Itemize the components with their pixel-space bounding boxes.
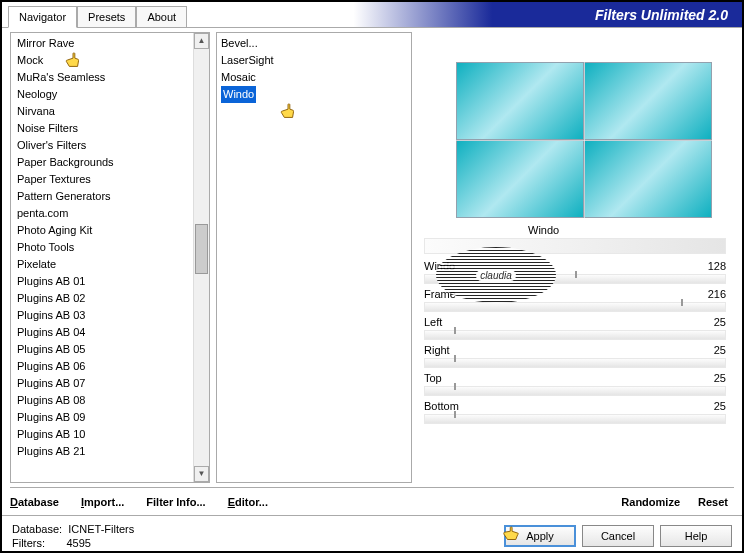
param-value: 216 <box>708 288 726 300</box>
list-item[interactable]: Neology <box>15 86 209 103</box>
slider-thumb[interactable] <box>454 411 456 418</box>
footer: Database: ICNET-Filters Filters: 4595 Ap… <box>2 515 742 553</box>
param-row[interactable]: Bottom25 <box>424 400 726 428</box>
cancel-button[interactable]: Cancel <box>582 525 654 547</box>
scrollbar[interactable]: ▲ ▼ <box>193 33 209 482</box>
param-value: 128 <box>708 260 726 272</box>
param-label: Left <box>424 316 442 328</box>
list-item[interactable]: Plugins AB 08 <box>15 392 209 409</box>
apply-button[interactable]: Apply <box>504 525 576 547</box>
list-item[interactable]: Paper Backgrounds <box>15 154 209 171</box>
slider-track[interactable] <box>424 386 726 396</box>
param-row[interactable]: Frame216 <box>424 288 726 316</box>
list-item[interactable]: Noise Filters <box>15 120 209 137</box>
preview-image <box>456 62 712 218</box>
filter-title-bar <box>424 238 726 254</box>
list-item[interactable]: Plugins AB 01 <box>15 273 209 290</box>
db-value: ICNET-Filters <box>68 523 134 535</box>
help-button[interactable]: Help <box>660 525 732 547</box>
list-item[interactable]: Mock <box>15 52 209 69</box>
list-item[interactable]: Plugins AB 07 <box>15 375 209 392</box>
param-label: Right <box>424 344 450 356</box>
randomize-button[interactable]: Randomize <box>621 496 680 508</box>
list-item[interactable]: Plugins AB 10 <box>15 426 209 443</box>
tab-about[interactable]: About <box>136 6 187 27</box>
tab-presets[interactable]: Presets <box>77 6 136 27</box>
list-item[interactable]: MuRa's Seamless <box>15 69 209 86</box>
param-value: 25 <box>714 316 726 328</box>
slider-track[interactable] <box>424 330 726 340</box>
flt-value: 4595 <box>66 537 90 549</box>
import-button[interactable]: Import... <box>81 496 124 508</box>
app-title: Filters Unlimited 2.0 <box>187 2 742 27</box>
slider-thumb[interactable] <box>454 383 456 390</box>
list-item[interactable]: Nirvana <box>15 103 209 120</box>
parameters: Windo128Frame216Left25Right25Top25Bottom… <box>420 260 734 428</box>
list-item[interactable]: Mirror Rave <box>15 35 209 52</box>
list-item[interactable]: Mosaic <box>221 69 407 86</box>
param-row[interactable]: Top25 <box>424 372 726 400</box>
list-item[interactable]: Oliver's Filters <box>15 137 209 154</box>
topbar: Navigator Presets About Filters Unlimite… <box>2 2 742 28</box>
filter-list[interactable]: Bevel...LaserSightMosaicWindo <box>216 32 412 483</box>
param-row[interactable]: Left25 <box>424 316 726 344</box>
list-item[interactable]: Plugins AB 09 <box>15 409 209 426</box>
tabs: Navigator Presets About <box>8 6 187 27</box>
scroll-thumb[interactable] <box>195 224 208 274</box>
list-item[interactable]: Photo Aging Kit <box>15 222 209 239</box>
list-item[interactable]: Plugins AB 02 <box>15 290 209 307</box>
list-item[interactable]: Plugins AB 04 <box>15 324 209 341</box>
list-item[interactable]: Plugins AB 05 <box>15 341 209 358</box>
scroll-track[interactable] <box>194 49 209 466</box>
flt-label: Filters: <box>12 537 45 549</box>
db-label: Database: <box>12 523 62 535</box>
scroll-down-icon[interactable]: ▼ <box>194 466 209 482</box>
list-item[interactable]: Pixelate <box>15 256 209 273</box>
list-item[interactable]: Pattern Generators <box>15 188 209 205</box>
toolbar: Database Import... Filter Info... Editor… <box>10 487 734 515</box>
param-value: 25 <box>714 372 726 384</box>
list-item[interactable]: Windo <box>221 86 407 103</box>
param-label: Windo <box>424 260 455 272</box>
param-value: 25 <box>714 344 726 356</box>
slider-thumb[interactable] <box>575 271 577 278</box>
scroll-up-icon[interactable]: ▲ <box>194 33 209 49</box>
list-item[interactable]: Paper Textures <box>15 171 209 188</box>
main: Mirror RaveMockMuRa's SeamlessNeologyNir… <box>2 28 742 483</box>
list-item[interactable]: Plugins AB 03 <box>15 307 209 324</box>
list-item[interactable]: Plugins AB 06 <box>15 358 209 375</box>
slider-thumb[interactable] <box>681 299 683 306</box>
slider-track[interactable] <box>424 358 726 368</box>
list-item[interactable]: LaserSight <box>221 52 407 69</box>
selected-filter-name: Windo <box>420 218 734 238</box>
param-label: Top <box>424 372 442 384</box>
editor-button[interactable]: Editor... <box>228 496 268 508</box>
list-item[interactable]: Photo Tools <box>15 239 209 256</box>
reset-button[interactable]: Reset <box>698 496 728 508</box>
param-row[interactable]: Right25 <box>424 344 726 372</box>
slider-track[interactable] <box>424 414 726 424</box>
slider-thumb[interactable] <box>454 355 456 362</box>
category-list[interactable]: Mirror RaveMockMuRa's SeamlessNeologyNir… <box>10 32 210 483</box>
preview-panel: Windo Windo128Frame216Left25Right25Top25… <box>420 32 734 483</box>
list-item[interactable]: Plugins AB 21 <box>15 443 209 460</box>
database-button[interactable]: Database <box>10 496 59 508</box>
list-item[interactable]: penta.com <box>15 205 209 222</box>
slider-thumb[interactable] <box>454 327 456 334</box>
list-item[interactable]: Bevel... <box>221 35 407 52</box>
param-row[interactable]: Windo128 <box>424 260 726 288</box>
tab-navigator[interactable]: Navigator <box>8 6 77 28</box>
filter-info-button[interactable]: Filter Info... <box>146 496 205 508</box>
param-label: Frame <box>424 288 456 300</box>
param-value: 25 <box>714 400 726 412</box>
